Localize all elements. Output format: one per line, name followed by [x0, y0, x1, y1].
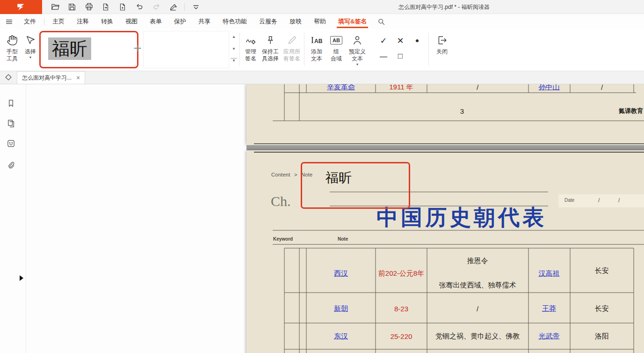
apply-signatures-pen-icon: [282, 34, 302, 47]
ab-glyph: AB: [314, 38, 322, 44]
navigation-sidebar: [0, 84, 26, 353]
panel-expand-handle[interactable]: [20, 275, 23, 281]
hamburger-icon: [5, 18, 13, 26]
page-gap: [246, 145, 644, 150]
dynasty-link[interactable]: 东汉: [334, 332, 348, 341]
dynasty-link[interactable]: 西汉: [334, 269, 348, 278]
predefined-text-button[interactable]: 预定义 文本 ▼: [346, 34, 369, 66]
comment-smiley-icon: [7, 139, 15, 148]
menu-tab-form[interactable]: 表单: [144, 14, 168, 29]
search-button[interactable]: [373, 14, 390, 29]
capital-text: /: [601, 84, 603, 91]
quick-sign-caret-icon: ▼: [174, 5, 178, 8]
app-logo-button[interactable]: [0, 0, 42, 14]
signature-list-box[interactable]: [143, 31, 229, 68]
quick-access-toolbar: ▼: [42, 1, 202, 13]
menu-file[interactable]: 文件: [18, 14, 42, 29]
save-button[interactable]: [66, 1, 78, 13]
rectangle-symbol-button[interactable]: □: [394, 51, 407, 61]
years-text: 前202-公元8年: [378, 269, 424, 278]
manage-signature-gear-icon: [241, 34, 260, 47]
keep-tool-selected-button[interactable]: 保持工 具选择: [260, 34, 281, 62]
line-symbol-button[interactable]: —: [377, 52, 390, 61]
foxit-reader-window: ▼ 怎么面对高中学习.pdf * - 福昕阅读器 文件 主页 注释 转换 视图 …: [0, 0, 644, 353]
new-document-button[interactable]: [117, 1, 128, 13]
dynasty-link[interactable]: 新朝: [334, 304, 348, 313]
exit-icon: [432, 34, 452, 47]
undo-icon: [135, 2, 144, 11]
diamond-tool-button[interactable]: [0, 71, 17, 84]
document-tabbar: 怎么面对高中学习... ×: [0, 71, 644, 84]
menu-tab-home[interactable]: 主页: [46, 14, 71, 29]
cross-symbol-button[interactable]: ✕: [394, 36, 407, 46]
dot-symbol-button[interactable]: ●: [411, 37, 424, 44]
document-tab-label: 怎么面对高中学习...: [22, 74, 72, 82]
foxit-logo-icon: [16, 2, 26, 12]
apply-all-signatures-label: 应用所 有签名: [282, 48, 302, 62]
menubar: 文件 主页 注释 转换 视图 表单 保护 共享 特色功能 云服务 放映 帮助 填…: [0, 14, 644, 29]
keyword-label: Keyword: [273, 236, 293, 242]
open-file-button[interactable]: [50, 1, 61, 13]
menu-tab-special-features[interactable]: 特色功能: [217, 14, 253, 29]
menu-tab-help[interactable]: 帮助: [308, 14, 332, 29]
manage-signatures-button[interactable]: 管理 签名: [241, 34, 260, 62]
apply-all-signatures-button[interactable]: 应用所 有签名: [282, 34, 302, 62]
manage-signatures-label: 管理 签名: [241, 48, 260, 62]
attachments-panel-button[interactable]: [5, 160, 16, 171]
add-signature-button[interactable]: +: [131, 40, 144, 56]
tab-close-button[interactable]: ×: [76, 74, 80, 81]
signature-more-button[interactable]: ▼: [231, 58, 237, 63]
redo-button[interactable]: [151, 1, 162, 13]
menu-tab-view[interactable]: 视图: [119, 14, 144, 29]
add-text-button[interactable]: IAB 添加 文本: [307, 34, 326, 62]
undo-button[interactable]: [134, 1, 145, 13]
predefined-text-person-icon: [346, 34, 369, 47]
pdf-page-2: Content > Note Ch. 福昕 Date / / 中国历史朝代表 K…: [246, 150, 644, 353]
years-text: 25-220: [391, 332, 412, 340]
menu-tab-cloud[interactable]: 云服务: [253, 14, 283, 29]
menu-tab-slideshow[interactable]: 放映: [283, 14, 308, 29]
close-fill-sign-button[interactable]: 关闭: [432, 34, 452, 55]
menu-tab-protect[interactable]: 保护: [168, 14, 192, 29]
combine-fields-label: 组 合域: [326, 48, 346, 62]
print-button[interactable]: [83, 1, 94, 13]
customize-toolbar-button[interactable]: [190, 1, 202, 13]
founder-link[interactable]: 王莽: [542, 304, 556, 313]
signature-scroll-down-button[interactable]: ▼: [231, 47, 237, 51]
export-document-button[interactable]: [100, 1, 111, 13]
check-symbol-button[interactable]: ✓: [377, 36, 390, 46]
hamburger-menu-button[interactable]: [0, 14, 18, 29]
predefined-text-label: 预定义 文本: [346, 48, 369, 62]
document-viewport[interactable]: 辛亥革命 1911 年 / 孙中山 / 3 氮课教育: [26, 84, 644, 353]
table-grid-lines: [246, 84, 644, 145]
paperclip-icon: [7, 161, 15, 170]
bookmarks-panel-button[interactable]: [5, 97, 16, 109]
select-caret-icon: ▼: [22, 55, 39, 59]
signature-scroll-up-button[interactable]: ▲: [231, 35, 237, 39]
text-cursor-glyph: I: [311, 35, 314, 45]
signature-preview-box[interactable]: 福昕: [39, 31, 138, 68]
founder-link[interactable]: 光武帝: [539, 332, 560, 341]
comments-panel-button[interactable]: [5, 138, 16, 149]
founder-link[interactable]: 汉高祖: [539, 269, 560, 278]
menu-divider: [44, 18, 44, 25]
event-text: 党锢之祸、黄巾起义、佛教: [435, 332, 520, 341]
hand-tool-button[interactable]: 手型 工具: [3, 34, 22, 62]
menu-tab-convert[interactable]: 转换: [95, 14, 119, 29]
menu-tab-fill-sign[interactable]: 填写&签名: [332, 14, 373, 29]
select-tool-button[interactable]: 选择 ▼: [22, 34, 39, 59]
add-text-icon: IAB: [307, 34, 326, 47]
menu-tab-share[interactable]: 共享: [192, 14, 217, 29]
document-tab[interactable]: 怎么面对高中学习... ×: [17, 71, 85, 84]
menu-tab-comment[interactable]: 注释: [71, 14, 95, 29]
quick-sign-button[interactable]: ▼: [167, 1, 179, 13]
page-thumbnails-panel-button[interactable]: [5, 118, 16, 129]
placed-signature-field[interactable]: 福昕: [301, 162, 410, 209]
founder-link[interactable]: 孙中山: [539, 84, 560, 92]
dynasty-link[interactable]: 辛亥革命: [327, 84, 355, 92]
date-strip: Date / /: [558, 194, 644, 207]
capital-text: 洛阳: [595, 332, 609, 341]
ribbon-divider: [428, 33, 429, 66]
brand-text: 氮课教育: [619, 107, 643, 115]
combine-fields-button[interactable]: AB 组 合域: [326, 34, 346, 62]
